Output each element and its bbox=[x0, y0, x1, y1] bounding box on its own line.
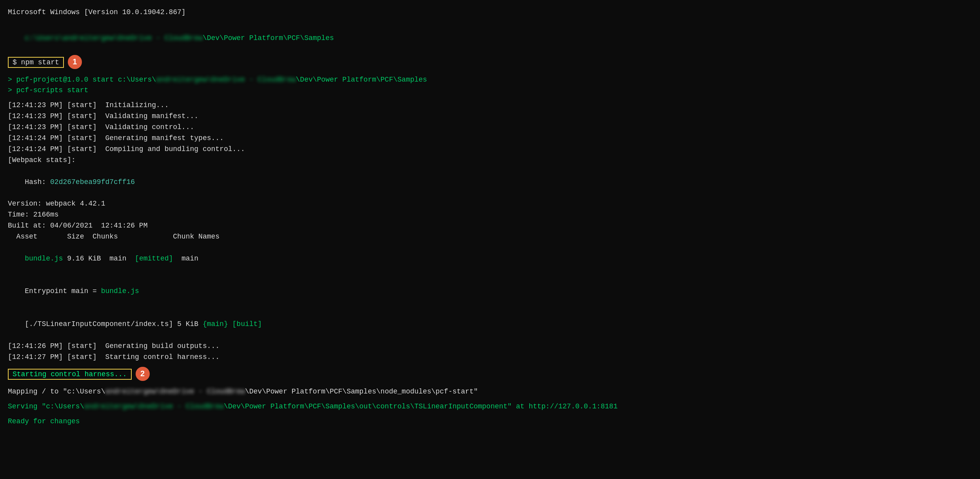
bundle-size: 9.16 KiB bbox=[63, 255, 101, 262]
mapping-line: Mapping / to "c:\Users\andreitergew\OneD… bbox=[8, 386, 972, 397]
windows-version: Microsoft Windows [Version 10.0.19042.86… bbox=[8, 7, 972, 18]
log-build-outputs: [12:41:26 PM] [start] Generating build o… bbox=[8, 341, 972, 352]
bundle-chunk-name: main bbox=[173, 255, 198, 262]
bundle-js-name: bundle.js bbox=[25, 255, 63, 262]
harness-row: Starting control harness... 2 bbox=[8, 368, 972, 382]
log-init: [12:41:23 PM] [start] Initializing... bbox=[8, 100, 972, 111]
harness-box: Starting control harness... bbox=[8, 369, 132, 380]
space1 bbox=[126, 255, 135, 262]
badge-1: 1 bbox=[68, 55, 82, 69]
log-manifest: [12:41:23 PM] [start] Validating manifes… bbox=[8, 111, 972, 122]
badge-2: 2 bbox=[136, 367, 150, 381]
hash-value: 02d267ebea99fd7cff16 bbox=[50, 178, 135, 186]
log-manifest-types: [12:41:24 PM] [start] Generating manifes… bbox=[8, 133, 972, 144]
user-blurred-1: andreitergew\OneDrive - CloudBrew bbox=[156, 76, 296, 84]
npm-start-command: $ npm start bbox=[13, 58, 59, 66]
hash-label: Hash: bbox=[25, 178, 50, 186]
ts-built: [built] bbox=[232, 320, 262, 328]
emitted-label: [emitted] bbox=[135, 255, 173, 262]
harness-text: Starting control harness... bbox=[13, 370, 127, 378]
log-compiling: [12:41:24 PM] [start] Compiling and bund… bbox=[8, 144, 972, 155]
hash-line: Hash: 02d267ebea99fd7cff16 bbox=[8, 166, 972, 199]
time-line: Time: 2166ms bbox=[8, 209, 972, 220]
script-line-2: > pcf-scripts start bbox=[8, 85, 972, 96]
built-at-line: Built at: 04/06/2021 12:41:26 PM bbox=[8, 220, 972, 231]
ready-line: Ready for changes bbox=[8, 416, 972, 427]
npm-start-box: $ npm start bbox=[8, 57, 64, 68]
ts-main: {main} bbox=[203, 320, 228, 328]
entrypoint-line: Entrypoint main = bundle.js bbox=[8, 275, 972, 308]
bundle-line: bundle.js 9.16 KiB main [emitted] main bbox=[8, 242, 972, 275]
command-row: $ npm start 1 bbox=[8, 56, 972, 70]
ts-line: [./TSLinearInputComponent/index.ts] 5 Ki… bbox=[8, 308, 972, 341]
version-line: Version: webpack 4.42.1 bbox=[8, 199, 972, 209]
user-blurred-3: andreitergew\OneDrive - CloudBrew bbox=[84, 403, 223, 410]
table-header: Asset Size Chunks Chunk Names bbox=[8, 231, 972, 242]
user-blurred-2: andreitergew\OneDrive - CloudBrew bbox=[105, 388, 245, 395]
bundle-main: main bbox=[101, 255, 127, 262]
path-suffix: \Dev\Power Platform\PCF\Samples bbox=[203, 34, 334, 42]
terminal-window: Microsoft Windows [Version 10.0.19042.86… bbox=[8, 7, 972, 427]
entrypoint-bundle: bundle.js bbox=[101, 287, 139, 295]
path-line: c:\Users\andreitergew\OneDrive - CloudBr… bbox=[8, 22, 972, 55]
script-line-1: > pcf-project@1.0.0 start c:\Users\andre… bbox=[8, 75, 972, 86]
log-control: [12:41:23 PM] [start] Validating control… bbox=[8, 122, 972, 133]
ts-space bbox=[228, 320, 232, 328]
log-starting-harness: [12:41:27 PM] [start] Starting control h… bbox=[8, 352, 972, 363]
ts-size: 5 KiB bbox=[173, 320, 203, 328]
webpack-stats-label: [Webpack stats]: bbox=[8, 155, 972, 166]
ts-prefix: [./TSLinearInputComponent/index.ts] bbox=[25, 320, 173, 328]
path-blurred: c:\Users\andreitergew\OneDrive - CloudBr… bbox=[25, 34, 203, 42]
entrypoint-text: Entrypoint main = bbox=[25, 287, 101, 295]
serving-line: Serving "c:\Users\andreitergew\OneDrive … bbox=[8, 401, 972, 412]
